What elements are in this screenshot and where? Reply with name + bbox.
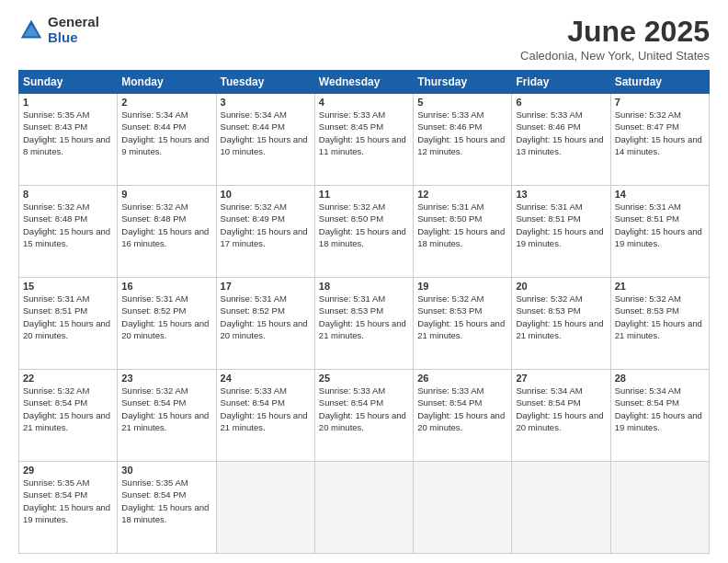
sunrise: Sunrise: 5:31 AM <box>121 293 188 304</box>
daylight: Daylight: 15 hours and 16 minutes. <box>121 226 209 248</box>
sunrise: Sunrise: 5:32 AM <box>23 385 89 396</box>
sunset: Sunset: 8:53 PM <box>417 305 482 316</box>
calendar-cell: 20Sunrise: 5:32 AMSunset: 8:53 PMDayligh… <box>512 278 610 370</box>
day-number: 24 <box>221 373 311 384</box>
day-info: Sunrise: 5:33 AMSunset: 8:54 PMDaylight:… <box>417 385 507 433</box>
day-number: 7 <box>615 97 705 108</box>
sunset: Sunset: 8:51 PM <box>516 213 580 224</box>
sunrise: Sunrise: 5:32 AM <box>319 201 385 212</box>
logo: General Blue <box>18 15 99 45</box>
day-number: 19 <box>417 281 507 292</box>
sunrise: Sunrise: 5:31 AM <box>221 293 287 304</box>
sunset: Sunset: 8:54 PM <box>121 397 186 408</box>
sunrise: Sunrise: 5:33 AM <box>319 385 385 396</box>
daylight: Daylight: 15 hours and 20 minutes. <box>319 410 406 432</box>
day-number: 30 <box>121 465 211 476</box>
calendar-row: 1Sunrise: 5:35 AMSunset: 8:43 PMDaylight… <box>19 94 710 186</box>
day-info: Sunrise: 5:32 AMSunset: 8:49 PMDaylight:… <box>221 201 311 249</box>
day-info: Sunrise: 5:35 AMSunset: 8:43 PMDaylight:… <box>23 109 113 157</box>
logo-icon <box>18 17 44 43</box>
sunset: Sunset: 8:46 PM <box>417 121 482 132</box>
day-number: 10 <box>221 189 311 200</box>
daylight: Daylight: 15 hours and 20 minutes. <box>23 318 110 340</box>
day-number: 11 <box>319 189 409 200</box>
sunset: Sunset: 8:53 PM <box>516 305 580 316</box>
day-number: 22 <box>23 373 113 384</box>
daylight: Daylight: 15 hours and 21 minutes. <box>121 410 209 432</box>
daylight: Daylight: 15 hours and 9 minutes. <box>121 134 209 156</box>
calendar-cell: 30Sunrise: 5:35 AMSunset: 8:54 PMDayligh… <box>118 462 216 554</box>
day-info: Sunrise: 5:34 AMSunset: 8:44 PMDaylight:… <box>221 109 311 157</box>
sunset: Sunset: 8:43 PM <box>23 121 87 132</box>
calendar-cell: 11Sunrise: 5:32 AMSunset: 8:50 PMDayligh… <box>314 186 413 278</box>
day-info: Sunrise: 5:32 AMSunset: 8:53 PMDaylight:… <box>417 293 507 341</box>
day-number: 5 <box>417 97 507 108</box>
daylight: Daylight: 15 hours and 20 minutes. <box>121 318 209 340</box>
day-info: Sunrise: 5:33 AMSunset: 8:46 PMDaylight:… <box>516 109 606 157</box>
calendar-cell: 26Sunrise: 5:33 AMSunset: 8:54 PMDayligh… <box>414 370 512 462</box>
daylight: Daylight: 15 hours and 11 minutes. <box>319 134 406 156</box>
calendar-cell: 29Sunrise: 5:35 AMSunset: 8:54 PMDayligh… <box>19 462 118 554</box>
calendar-cell: 24Sunrise: 5:33 AMSunset: 8:54 PMDayligh… <box>216 370 314 462</box>
calendar-header-thursday: Thursday <box>414 71 512 94</box>
day-info: Sunrise: 5:33 AMSunset: 8:45 PMDaylight:… <box>319 109 409 157</box>
day-number: 1 <box>23 97 113 108</box>
day-number: 2 <box>121 97 211 108</box>
sunrise: Sunrise: 5:32 AM <box>121 385 188 396</box>
sunset: Sunset: 8:50 PM <box>417 213 482 224</box>
sunset: Sunset: 8:48 PM <box>121 213 186 224</box>
sunset: Sunset: 8:51 PM <box>615 213 679 224</box>
logo-blue: Blue <box>48 30 99 46</box>
day-info: Sunrise: 5:32 AMSunset: 8:54 PMDaylight:… <box>121 385 211 433</box>
day-number: 29 <box>23 465 113 476</box>
calendar-row: 29Sunrise: 5:35 AMSunset: 8:54 PMDayligh… <box>19 462 710 554</box>
sunrise: Sunrise: 5:35 AM <box>23 477 89 488</box>
daylight: Daylight: 15 hours and 14 minutes. <box>615 134 702 156</box>
calendar-cell: 14Sunrise: 5:31 AMSunset: 8:51 PMDayligh… <box>610 186 709 278</box>
calendar-cell: 2Sunrise: 5:34 AMSunset: 8:44 PMDaylight… <box>118 94 216 186</box>
page: General Blue June 2025 Caledonia, New Yo… <box>0 0 728 563</box>
sunset: Sunset: 8:54 PM <box>615 397 679 408</box>
daylight: Daylight: 15 hours and 12 minutes. <box>417 134 505 156</box>
sunset: Sunset: 8:44 PM <box>221 121 285 132</box>
sunrise: Sunrise: 5:35 AM <box>23 109 89 120</box>
sunrise: Sunrise: 5:32 AM <box>615 109 681 120</box>
calendar-cell: 6Sunrise: 5:33 AMSunset: 8:46 PMDaylight… <box>512 94 610 186</box>
day-number: 16 <box>121 281 211 292</box>
day-number: 3 <box>221 97 311 108</box>
sunset: Sunset: 8:54 PM <box>319 397 383 408</box>
calendar-cell <box>216 462 314 554</box>
calendar-cell: 17Sunrise: 5:31 AMSunset: 8:52 PMDayligh… <box>216 278 314 370</box>
day-number: 15 <box>23 281 113 292</box>
calendar-cell: 27Sunrise: 5:34 AMSunset: 8:54 PMDayligh… <box>512 370 610 462</box>
day-number: 21 <box>615 281 705 292</box>
sunset: Sunset: 8:45 PM <box>319 121 383 132</box>
sunset: Sunset: 8:53 PM <box>615 305 679 316</box>
daylight: Daylight: 15 hours and 8 minutes. <box>23 134 110 156</box>
daylight: Daylight: 15 hours and 21 minutes. <box>417 318 505 340</box>
sunrise: Sunrise: 5:32 AM <box>23 201 89 212</box>
day-info: Sunrise: 5:34 AMSunset: 8:54 PMDaylight:… <box>516 385 606 433</box>
daylight: Daylight: 15 hours and 20 minutes. <box>417 410 505 432</box>
sunrise: Sunrise: 5:32 AM <box>516 293 582 304</box>
daylight: Daylight: 15 hours and 19 minutes. <box>516 226 603 248</box>
day-info: Sunrise: 5:32 AMSunset: 8:54 PMDaylight:… <box>23 385 113 433</box>
calendar-row: 22Sunrise: 5:32 AMSunset: 8:54 PMDayligh… <box>19 370 710 462</box>
calendar-cell: 23Sunrise: 5:32 AMSunset: 8:54 PMDayligh… <box>118 370 216 462</box>
calendar-header-wednesday: Wednesday <box>314 71 413 94</box>
daylight: Daylight: 15 hours and 19 minutes. <box>615 410 702 432</box>
calendar-header-tuesday: Tuesday <box>216 71 314 94</box>
daylight: Daylight: 15 hours and 15 minutes. <box>23 226 110 248</box>
sunrise: Sunrise: 5:32 AM <box>417 293 483 304</box>
day-number: 6 <box>516 97 606 108</box>
daylight: Daylight: 15 hours and 21 minutes. <box>221 410 308 432</box>
day-info: Sunrise: 5:33 AMSunset: 8:54 PMDaylight:… <box>221 385 311 433</box>
day-info: Sunrise: 5:33 AMSunset: 8:46 PMDaylight:… <box>417 109 507 157</box>
day-number: 12 <box>417 189 507 200</box>
calendar-cell <box>314 462 413 554</box>
day-info: Sunrise: 5:32 AMSunset: 8:48 PMDaylight:… <box>23 201 113 249</box>
sunrise: Sunrise: 5:34 AM <box>121 109 188 120</box>
sunrise: Sunrise: 5:33 AM <box>417 109 483 120</box>
calendar-row: 8Sunrise: 5:32 AMSunset: 8:48 PMDaylight… <box>19 186 710 278</box>
sunrise: Sunrise: 5:33 AM <box>221 385 287 396</box>
